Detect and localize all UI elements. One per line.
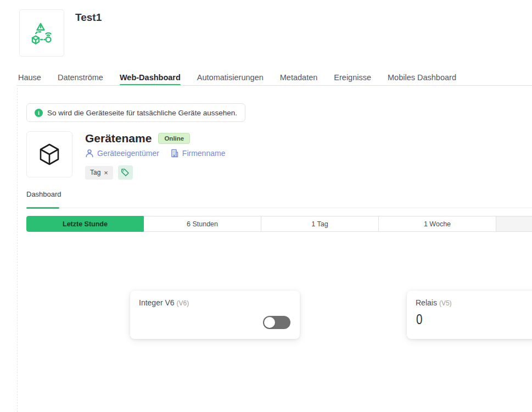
info-icon: i [35,109,43,117]
switch-toggle-knob [264,317,275,328]
status-badge: Online [158,133,190,144]
tab-bar-divider [16,85,532,86]
tab-mobiles-dashboard[interactable]: Mobiles Dashboard [388,73,456,85]
add-tag-button[interactable] [118,165,133,180]
company-link[interactable]: Firmenname [170,149,226,158]
tab-metadaten[interactable]: Metadaten [280,73,318,85]
subtab-divider [26,208,532,208]
widget-pin-label: (V5) [439,299,452,307]
tab-datenstroeme[interactable]: Datenströme [58,73,103,85]
info-banner: i So wird die Geräteseite für tatsächlic… [26,103,245,122]
tab-web-dashboard[interactable]: Web-Dashboard [120,73,181,85]
time-range-letzte-stunde[interactable]: Letzte Stunde [26,216,144,232]
widget-value: 0 [416,311,422,327]
device-image-box[interactable] [26,131,72,177]
tag-chip-label: Tag [90,169,100,176]
widget-title-text: Relais [416,298,437,307]
template-icon [29,20,55,46]
tag-chip[interactable]: Tag × [85,166,113,180]
device-page: { "colors": { "accent_green": "#2bbf73",… [0,0,532,412]
switch-toggle[interactable] [263,316,290,329]
widget-integer-v6: Integer V6(V6) [130,291,300,339]
device-name: Gerätename [85,132,152,145]
user-icon [85,149,94,158]
time-range-selector: Letzte Stunde 6 Stunden 1 Tag 1 Woche 1 … [26,216,532,232]
subtab-dashboard[interactable]: Dashboard [26,190,61,198]
time-range-1-tag[interactable]: 1 Tag [261,216,379,232]
widget-title: Integer V6(V6) [139,298,189,307]
page-title: Test1 [75,12,102,24]
device-name-row: Gerätename Online [85,132,190,145]
widget-title-text: Integer V6 [139,298,175,307]
device-owner-label: Geräteeigentümer [97,149,159,158]
device-tags: Tag × [85,165,133,180]
company-label: Firmenname [182,149,226,158]
tab-ereignisse[interactable]: Ereignisse [334,73,371,85]
device-owner-link[interactable]: Geräteeigentümer [85,149,159,158]
main-tab-bar: Hause Datenströme Web-Dashboard Automati… [0,69,532,85]
device-links: Geräteeigentümer Firmenname [85,149,225,158]
subtab-active-underline [26,207,59,209]
widget-relais: Relais(V5) 0 [407,291,532,339]
time-range-6-stunden[interactable]: 6 Stunden [144,216,261,232]
widget-pin-label: (V6) [177,299,189,307]
template-icon-box [19,9,64,57]
tab-hause[interactable]: Hause [18,73,41,85]
device-cube-icon [37,142,62,167]
tab-automatisierungen[interactable]: Automatisierungen [197,73,264,85]
time-range-1-monat[interactable]: 1 Monat [496,216,532,232]
building-icon [170,149,179,158]
info-banner-text: So wird die Geräteseite für tatsächliche… [47,109,237,117]
widget-title: Relais(V5) [416,298,452,307]
tag-icon [121,168,130,177]
time-range-1-woche[interactable]: 1 Woche [379,216,496,232]
canvas-left-dashed-edge [17,88,18,412]
close-icon[interactable]: × [104,169,108,177]
